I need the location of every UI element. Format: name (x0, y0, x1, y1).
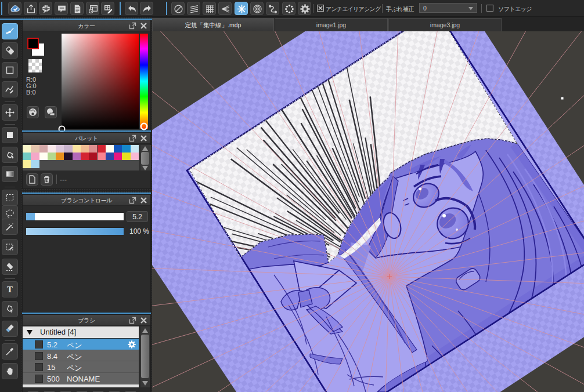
svg-text:T: T (7, 285, 13, 294)
